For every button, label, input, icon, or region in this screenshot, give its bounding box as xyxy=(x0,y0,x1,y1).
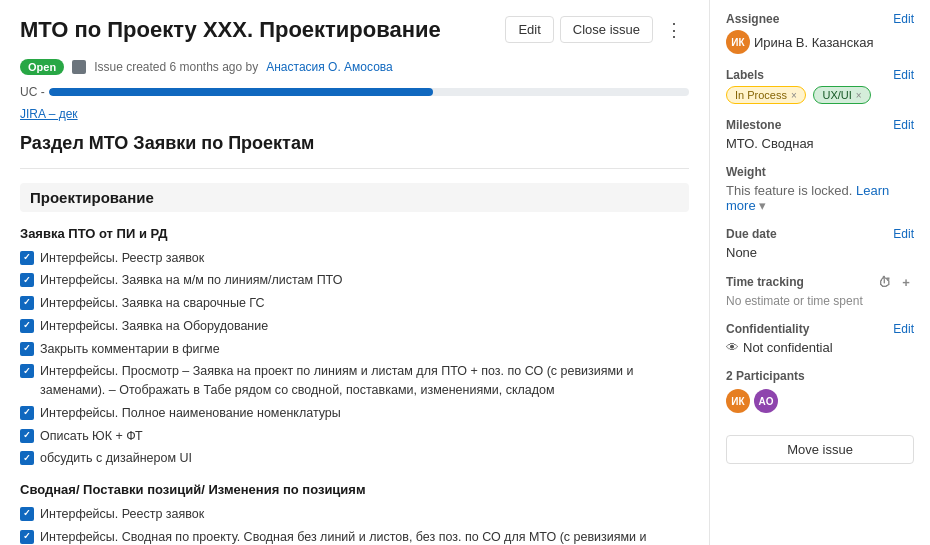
checkbox[interactable] xyxy=(20,530,34,544)
label-uxui: UX/UI × xyxy=(813,86,870,104)
title-row: МТО по Проекту ХХХ. Проектирование Edit … xyxy=(20,16,689,53)
assignee-avatar: ИК xyxy=(726,30,750,54)
label-inprocess-remove[interactable]: × xyxy=(791,90,797,101)
participants-avatars: ИК АО xyxy=(726,389,914,413)
due-date-label: Due date Edit xyxy=(726,227,914,241)
weight-value: This feature is locked. Learn more ▾ xyxy=(726,183,914,213)
subsection-title: Проектирование xyxy=(20,183,689,212)
list-item: Интерфейсы. Заявка на сварочные ГС xyxy=(20,294,689,313)
jira-link[interactable]: JIRA – дек xyxy=(20,107,689,121)
list-item: Интерфейсы. Полное наименование номенкла… xyxy=(20,404,689,423)
uc-label: UC - xyxy=(20,85,45,99)
labels-edit[interactable]: Edit xyxy=(893,68,914,82)
list-item: Интерфейсы. Реестр заявок xyxy=(20,505,689,524)
time-tracking-icons: ⏱ + xyxy=(876,274,914,290)
time-tracking-section: Time tracking ⏱ + No estimate or time sp… xyxy=(726,274,914,308)
confidentiality-section: Confidentiality Edit 👁 Not confidential xyxy=(726,322,914,355)
participant-avatar-2: АО xyxy=(754,389,778,413)
time-tracking-label: Time tracking ⏱ + xyxy=(726,274,914,290)
due-date-section: Due date Edit None xyxy=(726,227,914,260)
labels-row: In Process × UX/UI × xyxy=(726,86,914,104)
checkbox[interactable] xyxy=(20,251,34,265)
list-item: Описать ЮК + ФТ xyxy=(20,427,689,446)
eye-icon: 👁 xyxy=(726,340,739,355)
divider-1 xyxy=(20,168,689,169)
title-actions: Edit Close issue ⋮ xyxy=(505,16,689,43)
more-options-button[interactable]: ⋮ xyxy=(659,17,689,43)
sidebar: Assignee Edit ИК Ирина В. Казанская Labe… xyxy=(710,0,930,545)
author-link[interactable]: Анастасия О. Амосова xyxy=(266,60,393,74)
move-issue-button[interactable]: Move issue xyxy=(726,435,914,464)
list-item: Интерфейсы. Заявка на Оборудование xyxy=(20,317,689,336)
labels-section: Labels Edit In Process × UX/UI × xyxy=(726,68,914,104)
checkbox[interactable] xyxy=(20,273,34,287)
block2-checklist: Интерфейсы. Реестр заявок Интерфейсы. Св… xyxy=(20,505,689,545)
uc-bar: UC - xyxy=(20,85,689,99)
time-tracking-value: No estimate or time spent xyxy=(726,294,914,308)
checkbox[interactable] xyxy=(20,342,34,356)
confidentiality-row: 👁 Not confidential xyxy=(726,340,914,355)
block1-checklist: Интерфейсы. Реестр заявок Интерфейсы. За… xyxy=(20,249,689,469)
clock-icon[interactable]: ⏱ xyxy=(876,274,892,290)
list-item: Интерфейсы. Реестр заявок xyxy=(20,249,689,268)
weight-label: Weight xyxy=(726,165,914,179)
assignee-name: Ирина В. Казанская xyxy=(754,35,874,50)
checkbox[interactable] xyxy=(20,364,34,378)
checkbox[interactable] xyxy=(20,507,34,521)
assignee-section: Assignee Edit ИК Ирина В. Казанская xyxy=(726,12,914,54)
milestone-section: Milestone Edit МТО. Сводная xyxy=(726,118,914,151)
milestone-edit[interactable]: Edit xyxy=(893,118,914,132)
due-date-edit[interactable]: Edit xyxy=(893,227,914,241)
issue-icon xyxy=(72,60,86,74)
checkbox[interactable] xyxy=(20,296,34,310)
list-item: Интерфейсы. Сводная по проекту. Сводная … xyxy=(20,528,689,545)
status-badge: Open xyxy=(20,59,64,75)
uc-progress-bar xyxy=(49,88,689,96)
block1-title: Заявка ПТО от ПИ и РД xyxy=(20,226,689,241)
checkbox[interactable] xyxy=(20,451,34,465)
list-item: Интерфейсы. Заявка на м/м по линиям/лист… xyxy=(20,271,689,290)
weight-section: Weight This feature is locked. Learn mor… xyxy=(726,165,914,213)
confidentiality-value: Not confidential xyxy=(743,340,833,355)
checkbox[interactable] xyxy=(20,406,34,420)
participant-avatar-1: ИК xyxy=(726,389,750,413)
label-uxui-remove[interactable]: × xyxy=(856,90,862,101)
assignee-row: ИК Ирина В. Казанская xyxy=(726,30,914,54)
chevron-down-icon: ▾ xyxy=(759,198,766,213)
milestone-label: Milestone Edit xyxy=(726,118,914,132)
assignee-label: Assignee Edit xyxy=(726,12,914,26)
add-time-icon[interactable]: + xyxy=(898,274,914,290)
checkbox[interactable] xyxy=(20,319,34,333)
confidentiality-edit[interactable]: Edit xyxy=(893,322,914,336)
meta-text: Issue created 6 months ago by xyxy=(94,60,258,74)
close-issue-button[interactable]: Close issue xyxy=(560,16,653,43)
edit-button[interactable]: Edit xyxy=(505,16,553,43)
checkbox[interactable] xyxy=(20,429,34,443)
main-content: МТО по Проекту ХХХ. Проектирование Edit … xyxy=(0,0,710,545)
block2-title: Сводная/ Поставки позиций/ Изменения по … xyxy=(20,482,689,497)
confidentiality-label: Confidentiality Edit xyxy=(726,322,914,336)
uc-progress-fill xyxy=(49,88,433,96)
section-title: Раздел МТО Заявки по Проектам xyxy=(20,133,689,154)
label-inprocess: In Process × xyxy=(726,86,806,104)
issue-meta: Open Issue created 6 months ago by Анаст… xyxy=(20,59,689,75)
milestone-value: МТО. Сводная xyxy=(726,136,914,151)
assignee-edit[interactable]: Edit xyxy=(893,12,914,26)
participants-section: 2 Participants ИК АО xyxy=(726,369,914,413)
list-item: Интерфейсы. Просмотр – Заявка на проект … xyxy=(20,362,689,400)
page-title: МТО по Проекту ХХХ. Проектирование xyxy=(20,16,441,45)
due-date-value: None xyxy=(726,245,914,260)
list-item: Закрыть комментарии в фигме xyxy=(20,340,689,359)
labels-label: Labels Edit xyxy=(726,68,914,82)
participants-label: 2 Participants xyxy=(726,369,914,383)
list-item: обсудить с дизайнером UI xyxy=(20,449,689,468)
